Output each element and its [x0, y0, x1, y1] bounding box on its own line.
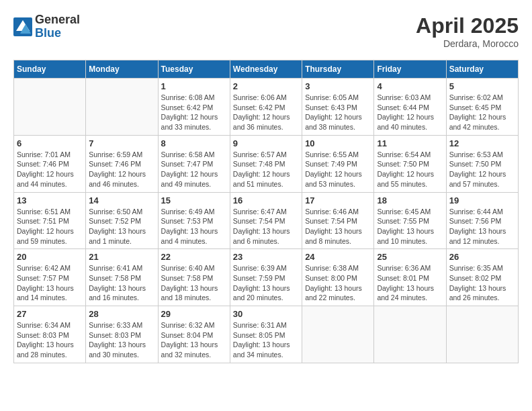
calendar-cell: 1Sunrise: 6:08 AMSunset: 6:42 PMDaylight… [158, 79, 230, 136]
day-number: 21 [89, 252, 154, 262]
calendar-cell: 5Sunrise: 6:02 AMSunset: 6:45 PMDaylight… [446, 79, 518, 136]
day-info: Sunrise: 6:46 AMSunset: 7:54 PMDaylight:… [305, 207, 371, 246]
day-info: Sunrise: 6:06 AMSunset: 6:42 PMDaylight:… [233, 93, 299, 132]
calendar-cell: 17Sunrise: 6:46 AMSunset: 7:54 PMDayligh… [302, 192, 374, 249]
day-info: Sunrise: 6:49 AMSunset: 7:53 PMDaylight:… [161, 207, 227, 246]
weekday-header-tuesday: Tuesday [158, 60, 230, 79]
calendar-cell [302, 306, 374, 363]
calendar-week-row: 13Sunrise: 6:51 AMSunset: 7:51 PMDayligh… [14, 192, 519, 249]
day-number: 28 [89, 309, 154, 319]
calendar-cell: 15Sunrise: 6:49 AMSunset: 7:53 PMDayligh… [158, 192, 230, 249]
day-number: 20 [17, 252, 83, 262]
day-info: Sunrise: 6:32 AMSunset: 8:04 PMDaylight:… [161, 320, 227, 360]
calendar-cell: 23Sunrise: 6:39 AMSunset: 7:59 PMDayligh… [230, 249, 302, 306]
day-number: 23 [233, 252, 299, 262]
day-number: 30 [233, 309, 299, 319]
calendar-table: SundayMondayTuesdayWednesdayThursdayFrid… [13, 60, 519, 363]
calendar-week-row: 27Sunrise: 6:34 AMSunset: 8:03 PMDayligh… [14, 306, 519, 363]
day-number: 2 [233, 81, 299, 91]
weekday-header-wednesday: Wednesday [230, 60, 302, 79]
calendar-cell [14, 79, 86, 136]
day-number: 18 [377, 195, 443, 205]
day-info: Sunrise: 6:44 AMSunset: 7:56 PMDaylight:… [449, 207, 515, 246]
day-number: 8 [161, 138, 227, 148]
calendar-cell: 7Sunrise: 6:59 AMSunset: 7:46 PMDaylight… [86, 135, 158, 192]
calendar-cell: 9Sunrise: 6:57 AMSunset: 7:48 PMDaylight… [230, 135, 302, 192]
day-info: Sunrise: 6:08 AMSunset: 6:42 PMDaylight:… [161, 93, 227, 132]
day-info: Sunrise: 6:53 AMSunset: 7:50 PMDaylight:… [449, 150, 515, 189]
calendar-cell: 14Sunrise: 6:50 AMSunset: 7:52 PMDayligh… [86, 192, 158, 249]
logo-icon [13, 17, 32, 36]
calendar-cell: 27Sunrise: 6:34 AMSunset: 8:03 PMDayligh… [14, 306, 86, 363]
calendar-cell: 29Sunrise: 6:32 AMSunset: 8:04 PMDayligh… [158, 306, 230, 363]
month-title: April 2025 [416, 13, 519, 38]
day-number: 19 [449, 195, 515, 205]
day-info: Sunrise: 6:02 AMSunset: 6:45 PMDaylight:… [449, 93, 515, 132]
calendar-cell: 3Sunrise: 6:05 AMSunset: 6:43 PMDaylight… [302, 79, 374, 136]
calendar-cell: 24Sunrise: 6:38 AMSunset: 8:00 PMDayligh… [302, 249, 374, 306]
day-info: Sunrise: 6:40 AMSunset: 7:58 PMDaylight:… [161, 263, 227, 303]
day-number: 25 [377, 252, 443, 262]
day-info: Sunrise: 6:33 AMSunset: 8:03 PMDaylight:… [89, 320, 154, 360]
day-number: 4 [377, 81, 443, 91]
calendar-cell: 4Sunrise: 6:03 AMSunset: 6:44 PMDaylight… [374, 79, 446, 136]
calendar-cell: 30Sunrise: 6:31 AMSunset: 8:05 PMDayligh… [230, 306, 302, 363]
calendar-cell: 20Sunrise: 6:42 AMSunset: 7:57 PMDayligh… [14, 249, 86, 306]
weekday-header-saturday: Saturday [446, 60, 518, 79]
day-info: Sunrise: 6:35 AMSunset: 8:02 PMDaylight:… [449, 263, 515, 303]
calendar-cell: 6Sunrise: 7:01 AMSunset: 7:46 PMDaylight… [14, 135, 86, 192]
day-info: Sunrise: 6:42 AMSunset: 7:57 PMDaylight:… [17, 263, 83, 303]
calendar-week-row: 6Sunrise: 7:01 AMSunset: 7:46 PMDaylight… [14, 135, 519, 192]
calendar-cell: 12Sunrise: 6:53 AMSunset: 7:50 PMDayligh… [446, 135, 518, 192]
weekday-header-monday: Monday [86, 60, 158, 79]
day-info: Sunrise: 6:55 AMSunset: 7:49 PMDaylight:… [305, 150, 371, 189]
calendar-cell: 19Sunrise: 6:44 AMSunset: 7:56 PMDayligh… [446, 192, 518, 249]
title-block: April 2025 Derdara, Morocco [416, 13, 519, 49]
calendar-week-row: 1Sunrise: 6:08 AMSunset: 6:42 PMDaylight… [14, 79, 519, 136]
calendar-cell [374, 306, 446, 363]
logo-general-text: General [35, 13, 80, 27]
calendar-week-row: 20Sunrise: 6:42 AMSunset: 7:57 PMDayligh… [14, 249, 519, 306]
day-info: Sunrise: 6:41 AMSunset: 7:58 PMDaylight:… [89, 263, 154, 303]
location: Derdara, Morocco [416, 38, 519, 49]
calendar-cell [86, 79, 158, 136]
day-number: 7 [89, 138, 154, 148]
calendar-cell: 10Sunrise: 6:55 AMSunset: 7:49 PMDayligh… [302, 135, 374, 192]
day-info: Sunrise: 6:36 AMSunset: 8:01 PMDaylight:… [377, 263, 443, 303]
calendar-cell: 2Sunrise: 6:06 AMSunset: 6:42 PMDaylight… [230, 79, 302, 136]
day-info: Sunrise: 6:31 AMSunset: 8:05 PMDaylight:… [233, 320, 299, 360]
day-number: 14 [89, 195, 154, 205]
day-number: 10 [305, 138, 371, 148]
day-number: 9 [233, 138, 299, 148]
logo: General Blue [13, 13, 80, 40]
day-info: Sunrise: 6:34 AMSunset: 8:03 PMDaylight:… [17, 320, 83, 360]
calendar-cell: 8Sunrise: 6:58 AMSunset: 7:47 PMDaylight… [158, 135, 230, 192]
day-info: Sunrise: 6:51 AMSunset: 7:51 PMDaylight:… [17, 207, 83, 246]
weekday-header-sunday: Sunday [14, 60, 86, 79]
day-number: 12 [449, 138, 515, 148]
day-info: Sunrise: 6:03 AMSunset: 6:44 PMDaylight:… [377, 93, 443, 132]
day-info: Sunrise: 6:05 AMSunset: 6:43 PMDaylight:… [305, 93, 371, 132]
day-info: Sunrise: 7:01 AMSunset: 7:46 PMDaylight:… [17, 150, 83, 189]
weekday-header-friday: Friday [374, 60, 446, 79]
day-number: 16 [233, 195, 299, 205]
day-number: 5 [449, 81, 515, 91]
day-number: 24 [305, 252, 371, 262]
day-number: 11 [377, 138, 443, 148]
day-number: 27 [17, 309, 83, 319]
day-info: Sunrise: 6:50 AMSunset: 7:52 PMDaylight:… [89, 207, 154, 246]
logo-blue-text: Blue [35, 27, 80, 40]
day-number: 15 [161, 195, 227, 205]
weekday-header-row: SundayMondayTuesdayWednesdayThursdayFrid… [14, 60, 519, 79]
weekday-header-thursday: Thursday [302, 60, 374, 79]
calendar-cell: 22Sunrise: 6:40 AMSunset: 7:58 PMDayligh… [158, 249, 230, 306]
day-number: 3 [305, 81, 371, 91]
day-number: 13 [17, 195, 83, 205]
calendar-cell: 25Sunrise: 6:36 AMSunset: 8:01 PMDayligh… [374, 249, 446, 306]
day-number: 17 [305, 195, 371, 205]
day-number: 26 [449, 252, 515, 262]
calendar-cell [446, 306, 518, 363]
day-info: Sunrise: 6:54 AMSunset: 7:50 PMDaylight:… [377, 150, 443, 189]
calendar-cell: 21Sunrise: 6:41 AMSunset: 7:58 PMDayligh… [86, 249, 158, 306]
calendar-cell: 16Sunrise: 6:47 AMSunset: 7:54 PMDayligh… [230, 192, 302, 249]
